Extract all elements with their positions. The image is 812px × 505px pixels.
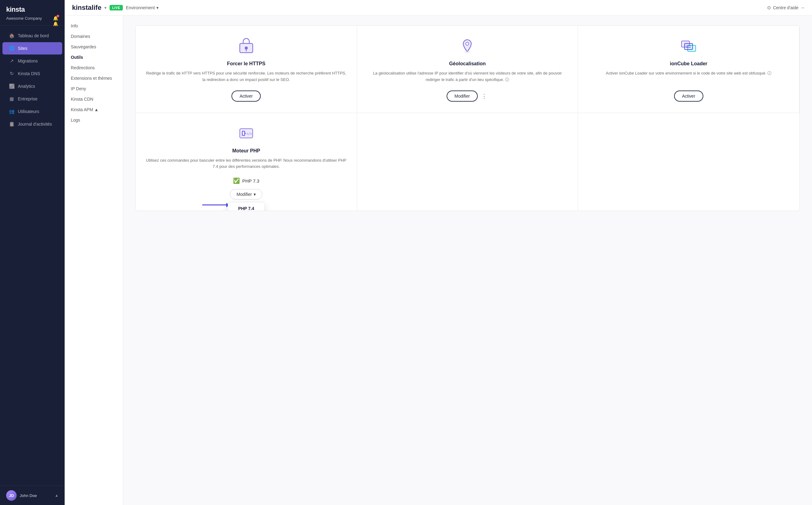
sidebar-item-label: Entreprise: [18, 97, 37, 101]
ioncube-icon: [679, 37, 698, 55]
notification-dot: [57, 15, 59, 17]
sidebar: kinsta Awesome Company 🔔 🏠 Tableau de bo…: [0, 0, 65, 505]
https-actions: Activer: [231, 91, 261, 102]
sidebar-item-kinsta-dns[interactable]: ↻ Kinsta DNS: [2, 67, 62, 80]
sidebar-item-dashboard[interactable]: 🏠 Tableau de bord: [2, 30, 62, 42]
https-description: Redirige le trafic de HTTP vers HTTPS po…: [144, 70, 348, 83]
sidebar-footer: JD John Doe ▲: [0, 486, 65, 505]
ioncube-actions: Activer: [674, 91, 703, 102]
live-badge: LIVE: [110, 5, 123, 10]
tool-card-geo: Géolocalisation La géolocalisation utili…: [357, 26, 578, 113]
php-description: Utilisez ces commandes pour basculer ent…: [144, 157, 348, 170]
users-icon: 👥: [9, 109, 15, 115]
sidebar-header: kinsta Awesome Company 🔔: [0, 0, 65, 26]
ioncube-activate-button[interactable]: Activer: [674, 91, 703, 102]
main-area: kinstalife ▾ LIVE Environnement ▾ ⊙ Cent…: [65, 0, 812, 505]
php-dropdown-menu: PHP 7.4 PHP 7.3 PHP 7.2: [228, 202, 265, 211]
svg-text:</>: </>: [246, 132, 252, 136]
svg-point-4: [464, 51, 470, 53]
php-version-row: ✅ PHP 7.3: [233, 177, 259, 184]
https-activate-button[interactable]: Activer: [231, 91, 261, 102]
home-icon: 🏠: [9, 33, 15, 39]
sidebar-item-label: Sites: [18, 46, 27, 51]
sub-nav-sauvegardes[interactable]: Sauvegardes: [65, 41, 123, 52]
https-icon: [237, 37, 255, 55]
sidebar-item-journal[interactable]: 📋 Journal d'activités: [2, 118, 62, 130]
ioncube-description: Activer ionCube Loader sur votre environ…: [606, 70, 771, 83]
sidebar-item-label: Journal d'activités: [18, 122, 52, 127]
sub-sidebar: Info Domaines Sauvegardes Outils Redirec…: [65, 16, 123, 505]
journal-icon: 📋: [9, 121, 15, 127]
php-option-74[interactable]: PHP 7.4: [228, 202, 264, 211]
svg-rect-7: [684, 43, 692, 49]
tool-card-php: </> Moteur PHP Utilisez ces commandes po…: [136, 113, 357, 211]
sub-nav-domaines[interactable]: Domaines: [65, 31, 123, 41]
svg-point-3: [466, 42, 469, 45]
company-name: Awesome Company: [6, 16, 42, 21]
php-title: Moteur PHP: [232, 148, 260, 154]
topbar: kinstalife ▾ LIVE Environnement ▾ ⊙ Cent…: [65, 0, 812, 16]
php-current-version: PHP 7.3: [242, 178, 259, 183]
sidebar-item-label: Migrations: [18, 58, 38, 63]
env-selector[interactable]: Environnement ▾: [126, 5, 159, 10]
site-chevron-icon[interactable]: ▾: [105, 5, 107, 10]
sub-nav-kinsta-apm[interactable]: Kinsta APM ▲: [65, 105, 123, 115]
ioncube-title: ionCube Loader: [670, 61, 707, 66]
geo-actions: Modifier ⋮: [447, 91, 488, 102]
entreprise-icon: ▦: [9, 96, 15, 102]
env-label: Environnement: [126, 5, 155, 10]
modifier-chevron-icon: ▾: [254, 192, 256, 197]
geo-title: Géolocalisation: [449, 61, 486, 66]
notification-icon[interactable]: 🔔: [53, 15, 58, 21]
env-chevron-icon: ▾: [156, 5, 159, 10]
topbar-right[interactable]: ⊙ Centre d'aide →: [767, 5, 805, 10]
tool-card-https: Forcer le HTTPS Redirige le trafic de HT…: [136, 26, 357, 113]
geo-modify-button[interactable]: Modifier: [447, 91, 478, 102]
sidebar-logo: kinsta: [6, 6, 58, 14]
analytics-icon: 📈: [9, 83, 15, 89]
sidebar-item-label: Utilisateurs: [18, 109, 39, 114]
topbar-left: kinstalife ▾ LIVE Environnement ▾: [72, 4, 159, 12]
sub-nav-extensions[interactable]: Extensions et thèmes: [65, 73, 123, 83]
geo-more-icon[interactable]: ⋮: [480, 92, 488, 101]
arrow-indicator: [202, 204, 227, 205]
sub-nav-redirections[interactable]: Redirections: [65, 62, 123, 73]
page-content: Forcer le HTTPS Redirige le trafic de HT…: [123, 16, 812, 505]
dns-icon: ↻: [9, 70, 15, 77]
sub-nav-ip-deny[interactable]: IP Deny: [65, 83, 123, 94]
user-name: John Doe: [20, 493, 37, 498]
https-title: Forcer le HTTPS: [227, 61, 265, 66]
sidebar-item-sites[interactable]: 🌐 Sites: [2, 42, 62, 54]
help-icon: ⊙: [767, 5, 771, 10]
sub-nav-outils[interactable]: Outils: [65, 52, 123, 62]
sidebar-item-label: Kinsta DNS: [18, 71, 40, 76]
php-check-icon: ✅: [233, 177, 240, 184]
sidebar-company: Awesome Company 🔔: [6, 15, 58, 21]
geo-description: La géolocalisation utilise l'adresse IP …: [366, 70, 570, 83]
tool-card-empty-1: [357, 113, 578, 211]
help-chevron-icon: →: [800, 5, 805, 10]
sub-nav-kinsta-cdn[interactable]: Kinsta CDN: [65, 94, 123, 105]
user-info: JD John Doe: [6, 490, 37, 501]
php-icon: </>: [237, 124, 255, 143]
php-dropdown-area: Modifier ▾ PHP 7.4: [230, 189, 262, 199]
sidebar-item-label: Tableau de bord: [18, 33, 49, 38]
sub-nav-logs[interactable]: Logs: [65, 115, 123, 125]
geo-icon: [458, 37, 476, 55]
sub-nav-info[interactable]: Info: [65, 21, 123, 31]
modifier-label: Modifier: [236, 192, 252, 197]
chevron-up-icon: ▲: [55, 493, 58, 498]
php-modifier-button[interactable]: Modifier ▾: [230, 189, 262, 199]
svg-point-1: [245, 46, 248, 49]
site-name: kinstalife: [72, 4, 101, 12]
sites-icon: 🌐: [9, 45, 15, 51]
migrations-icon: ↗: [9, 58, 15, 64]
tool-card-ioncube: ionCube Loader Activer ionCube Loader su…: [578, 26, 799, 113]
sidebar-nav: 🏠 Tableau de bord 🌐 Sites ↗ Migrations ↻…: [0, 26, 65, 486]
sidebar-item-migrations[interactable]: ↗ Migrations: [2, 55, 62, 67]
help-label: Centre d'aide: [773, 5, 798, 10]
sidebar-item-label: Analytics: [18, 84, 35, 89]
sidebar-item-entreprise[interactable]: ▦ Entreprise: [2, 93, 62, 105]
sidebar-item-utilisateurs[interactable]: 👥 Utilisateurs: [2, 105, 62, 118]
sidebar-item-analytics[interactable]: 📈 Analytics: [2, 80, 62, 93]
